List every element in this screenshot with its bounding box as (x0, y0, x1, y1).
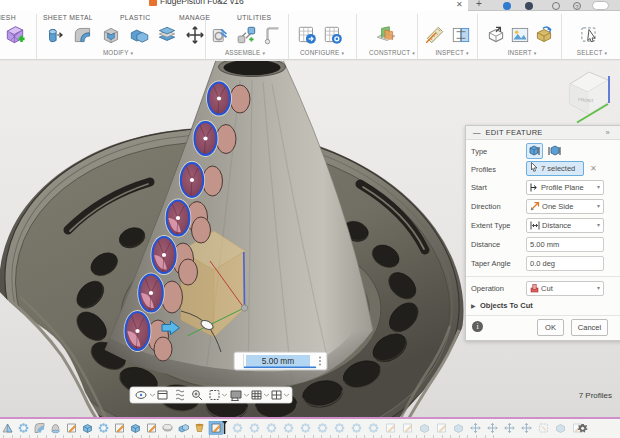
svg-text:7 Profiles: 7 Profiles (579, 391, 612, 400)
svg-text:5.00 mm: 5.00 mm (262, 356, 294, 366)
